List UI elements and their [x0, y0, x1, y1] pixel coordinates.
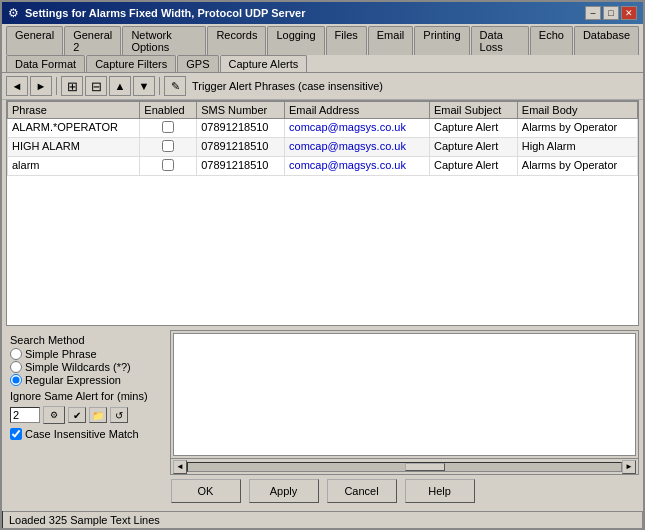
col-enabled: Enabled: [140, 102, 197, 119]
help-button[interactable]: Help: [405, 479, 475, 503]
toolbar: ◄ ► ⊞ ⊟ ▲ ▼ ✎ Trigger Alert Phrases (cas…: [2, 73, 643, 100]
col-body: Email Body: [517, 102, 637, 119]
scroll-left-arrow[interactable]: ◄: [173, 460, 187, 474]
tab-network-options[interactable]: Network Options: [122, 26, 206, 55]
cell-email[interactable]: comcap@magsys.co.uk: [285, 138, 430, 157]
ignore-input-row: ⚙ ✔ 📁 ↺: [10, 406, 162, 424]
radio-simple-wildcards-label: Simple Wildcards (*?): [25, 361, 131, 373]
col-email: Email Address: [285, 102, 430, 119]
radio-regex: Regular Expression: [10, 374, 162, 386]
tab-files[interactable]: Files: [326, 26, 367, 55]
table-row[interactable]: ALARM.*OPERATOR07891218510comcap@magsys.…: [8, 119, 638, 138]
table-row[interactable]: HIGH ALARM07891218510comcap@magsys.co.uk…: [8, 138, 638, 157]
ignore-mins-input[interactable]: [10, 407, 40, 423]
tab-records[interactable]: Records: [207, 26, 266, 55]
col-sms: SMS Number: [197, 102, 285, 119]
status-bar: Loaded 325 Sample Text Lines: [2, 511, 643, 528]
cell-sms: 07891218510: [197, 138, 285, 157]
folder-button[interactable]: 📁: [89, 407, 107, 423]
cell-subject: Capture Alert: [430, 138, 518, 157]
cell-email[interactable]: comcap@magsys.co.uk: [285, 119, 430, 138]
cell-phrase: HIGH ALARM: [8, 138, 140, 157]
col-subject: Email Subject: [430, 102, 518, 119]
ok-button[interactable]: OK: [171, 479, 241, 503]
cell-enabled[interactable]: [140, 138, 197, 157]
radio-simple-wildcards-input[interactable]: [10, 361, 22, 373]
remove-row-button[interactable]: ⊟: [85, 76, 107, 96]
forward-button[interactable]: ►: [30, 76, 52, 96]
table-container[interactable]: Phrase Enabled SMS Number Email Address …: [6, 100, 639, 326]
horizontal-scrollbar[interactable]: ◄ ►: [171, 458, 638, 474]
edit-button[interactable]: ✎: [164, 76, 186, 96]
bottom-section: Search Method Simple Phrase Simple Wildc…: [6, 330, 639, 475]
status-text: Loaded 325 Sample Text Lines: [9, 514, 160, 526]
tabs-row1: General General 2 Network Options Record…: [2, 24, 643, 55]
tab-email[interactable]: Email: [368, 26, 414, 55]
enabled-checkbox[interactable]: [162, 140, 174, 152]
enabled-checkbox[interactable]: [162, 159, 174, 171]
apply-button[interactable]: Apply: [249, 479, 319, 503]
enabled-checkbox[interactable]: [162, 121, 174, 133]
minimize-button[interactable]: –: [585, 6, 601, 20]
email-link[interactable]: comcap@magsys.co.uk: [289, 121, 406, 133]
scroll-right-arrow[interactable]: ►: [622, 460, 636, 474]
tab-general2[interactable]: General 2: [64, 26, 121, 55]
email-link[interactable]: comcap@magsys.co.uk: [289, 159, 406, 171]
radio-simple-phrase-label: Simple Phrase: [25, 348, 97, 360]
search-method-label: Search Method: [10, 334, 162, 346]
tab-database[interactable]: Database: [574, 26, 639, 55]
scrollbar-track[interactable]: [187, 462, 622, 472]
tab-capture-alerts[interactable]: Capture Alerts: [220, 55, 308, 72]
back-button[interactable]: ◄: [6, 76, 28, 96]
move-up-button[interactable]: ▲: [109, 76, 131, 96]
title-bar: ⚙ Settings for Alarms Fixed Width, Proto…: [2, 2, 643, 24]
close-button[interactable]: ✕: [621, 6, 637, 20]
alerts-table: Phrase Enabled SMS Number Email Address …: [7, 101, 638, 176]
radio-simple-phrase: Simple Phrase: [10, 348, 162, 360]
tab-logging[interactable]: Logging: [267, 26, 324, 55]
cell-enabled[interactable]: [140, 119, 197, 138]
cell-body: Alarms by Operator: [517, 119, 637, 138]
ignore-alert-row: Ignore Same Alert for (mins): [10, 390, 162, 402]
tab-data-loss[interactable]: Data Loss: [471, 26, 529, 55]
tab-printing[interactable]: Printing: [414, 26, 469, 55]
case-insensitive-checkbox[interactable]: [10, 428, 22, 440]
window-title: Settings for Alarms Fixed Width, Protoco…: [25, 7, 305, 19]
tab-general[interactable]: General: [6, 26, 63, 55]
case-insensitive-label: Case Insensitive Match: [25, 428, 139, 440]
col-phrase: Phrase: [8, 102, 140, 119]
move-down-button[interactable]: ▼: [133, 76, 155, 96]
ok-small-button[interactable]: ✔: [68, 407, 86, 423]
cell-email[interactable]: comcap@magsys.co.uk: [285, 157, 430, 176]
maximize-button[interactable]: □: [603, 6, 619, 20]
refresh-button[interactable]: ↺: [110, 407, 128, 423]
table-row[interactable]: alarm07891218510comcap@magsys.co.ukCaptu…: [8, 157, 638, 176]
right-panel: ◄ ►: [170, 330, 639, 475]
spinner-button[interactable]: ⚙: [43, 406, 65, 424]
action-buttons: OK Apply Cancel Help: [6, 475, 639, 507]
cell-subject: Capture Alert: [430, 119, 518, 138]
tab-gps[interactable]: GPS: [177, 55, 218, 72]
cell-body: Alarms by Operator: [517, 157, 637, 176]
cell-enabled[interactable]: [140, 157, 197, 176]
scrollbar-thumb[interactable]: [405, 463, 445, 471]
add-row-button[interactable]: ⊞: [61, 76, 83, 96]
window-controls: – □ ✕: [585, 6, 637, 20]
cancel-button[interactable]: Cancel: [327, 479, 397, 503]
cell-sms: 07891218510: [197, 157, 285, 176]
cell-phrase: ALARM.*OPERATOR: [8, 119, 140, 138]
cell-body: High Alarm: [517, 138, 637, 157]
tab-data-format[interactable]: Data Format: [6, 55, 85, 72]
tab-capture-filters[interactable]: Capture Filters: [86, 55, 176, 72]
radio-simple-wildcards: Simple Wildcards (*?): [10, 361, 162, 373]
main-window: ⚙ Settings for Alarms Fixed Width, Proto…: [0, 0, 645, 530]
cell-sms: 07891218510: [197, 119, 285, 138]
toolbar-sep2: [159, 77, 160, 95]
ignore-alert-label: Ignore Same Alert for (mins): [10, 390, 148, 402]
email-link[interactable]: comcap@magsys.co.uk: [289, 140, 406, 152]
radio-simple-phrase-input[interactable]: [10, 348, 22, 360]
radio-regex-input[interactable]: [10, 374, 22, 386]
tab-echo[interactable]: Echo: [530, 26, 573, 55]
cell-subject: Capture Alert: [430, 157, 518, 176]
tabs-row2: Data Format Capture Filters GPS Capture …: [2, 55, 643, 73]
